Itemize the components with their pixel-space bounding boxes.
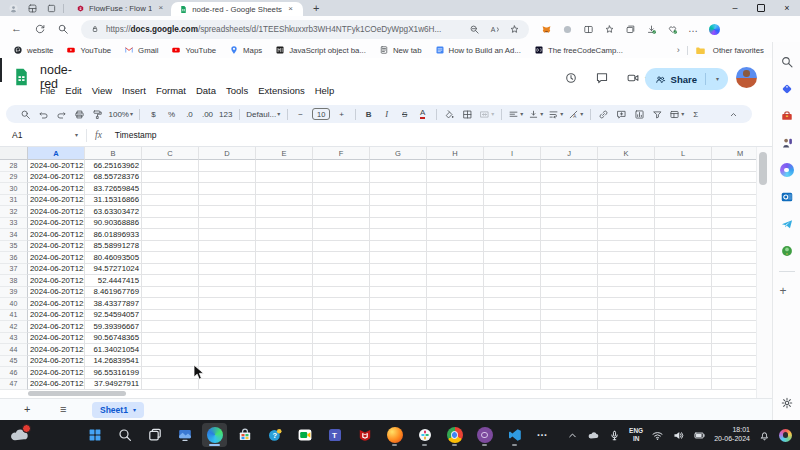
- menu-insert[interactable]: Insert: [117, 83, 151, 98]
- cell-L40[interactable]: [655, 298, 712, 310]
- cell-K29[interactable]: [598, 172, 655, 184]
- toolbar-search[interactable]: [16, 107, 34, 121]
- cell-I41[interactable]: [484, 310, 541, 322]
- cell-L32[interactable]: [655, 206, 712, 218]
- column-header-H[interactable]: H: [427, 147, 484, 160]
- cell-K28[interactable]: [598, 160, 655, 172]
- cell-C35[interactable]: [142, 241, 199, 253]
- cell-J42[interactable]: [541, 321, 598, 333]
- slack-app[interactable]: [412, 423, 437, 447]
- cell-C39[interactable]: [142, 287, 199, 299]
- row-header-39[interactable]: 39: [0, 287, 28, 299]
- cell-I44[interactable]: [484, 344, 541, 356]
- menu-view[interactable]: View: [87, 83, 117, 98]
- battery-icon[interactable]: [693, 429, 706, 442]
- cell-C41[interactable]: [142, 310, 199, 322]
- vscode-app[interactable]: [502, 423, 527, 447]
- cell-I45[interactable]: [484, 356, 541, 368]
- cell-I32[interactable]: [484, 206, 541, 218]
- extension-icon[interactable]: [562, 24, 573, 35]
- cell-H34[interactable]: [427, 229, 484, 241]
- cell-C29[interactable]: [142, 172, 199, 184]
- sheet-tab-menu-icon[interactable]: ▾: [133, 407, 136, 413]
- cell-G28[interactable]: [370, 160, 427, 172]
- cell-E30[interactable]: [256, 183, 313, 195]
- sheets-logo-icon[interactable]: [11, 63, 32, 91]
- cell-J38[interactable]: [541, 275, 598, 287]
- cell-K32[interactable]: [598, 206, 655, 218]
- cell-D39[interactable]: [199, 287, 256, 299]
- cell-I42[interactable]: [484, 321, 541, 333]
- cell-I33[interactable]: [484, 218, 541, 230]
- metamask-icon[interactable]: [541, 24, 552, 35]
- print-button[interactable]: [70, 107, 88, 121]
- cell-L46[interactable]: [655, 367, 712, 379]
- column-header-L[interactable]: L: [655, 147, 712, 160]
- cell-M43[interactable]: [712, 333, 756, 345]
- row-header-43[interactable]: 43: [0, 333, 28, 345]
- hidden-icons-chevron[interactable]: [566, 429, 579, 442]
- redo-button[interactable]: [52, 107, 70, 121]
- cell-K47[interactable]: [598, 379, 655, 391]
- cell-I31[interactable]: [484, 195, 541, 207]
- cell-B35[interactable]: 85.58991278: [85, 241, 142, 253]
- bookmark-item[interactable]: New tab: [379, 45, 422, 55]
- cell-M32[interactable]: [712, 206, 756, 218]
- cell-J43[interactable]: [541, 333, 598, 345]
- text-color-button[interactable]: A: [414, 107, 432, 121]
- cell-H40[interactable]: [427, 298, 484, 310]
- cell-G31[interactable]: [370, 195, 427, 207]
- cell-G44[interactable]: [370, 344, 427, 356]
- cell-E32[interactable]: [256, 206, 313, 218]
- cell-L39[interactable]: [655, 287, 712, 299]
- cell-L37[interactable]: [655, 264, 712, 276]
- cell-E43[interactable]: [256, 333, 313, 345]
- cell-B36[interactable]: 80.46093505: [85, 252, 142, 264]
- cell-J36[interactable]: [541, 252, 598, 264]
- video-call-icon[interactable]: ▾: [626, 71, 640, 85]
- cell-A28[interactable]: 2024-06-20T12:2: [28, 160, 85, 172]
- cell-F35[interactable]: [313, 241, 370, 253]
- bookmark-item[interactable]: Gmail: [124, 45, 158, 55]
- cell-D35[interactable]: [199, 241, 256, 253]
- horizontal-align-button[interactable]: ▾: [506, 107, 526, 121]
- cell-A45[interactable]: 2024-06-20T12:2: [28, 356, 85, 368]
- cell-M46[interactable]: [712, 367, 756, 379]
- back-button[interactable]: ←: [11, 23, 23, 35]
- zoom-page-icon[interactable]: [469, 24, 480, 35]
- cell-F37[interactable]: [313, 264, 370, 276]
- cell-G32[interactable]: [370, 206, 427, 218]
- cell-D47[interactable]: [199, 379, 256, 391]
- cell-G47[interactable]: [370, 379, 427, 391]
- column-header-D[interactable]: D: [199, 147, 256, 160]
- chrome-app[interactable]: [442, 423, 467, 447]
- font-size-input[interactable]: 10: [310, 107, 333, 121]
- font-size-decrease-button[interactable]: −: [292, 107, 310, 121]
- cell-F43[interactable]: [313, 333, 370, 345]
- cell-H39[interactable]: [427, 287, 484, 299]
- cell-A47[interactable]: 2024-06-20T12:2: [28, 379, 85, 391]
- text-rotation-button[interactable]: A▾: [566, 107, 586, 121]
- cell-I37[interactable]: [484, 264, 541, 276]
- cell-D43[interactable]: [199, 333, 256, 345]
- sidebar-designer-icon[interactable]: [780, 163, 794, 177]
- cell-G41[interactable]: [370, 310, 427, 322]
- cell-G45[interactable]: [370, 356, 427, 368]
- strikethrough-button[interactable]: S: [396, 107, 414, 121]
- row-header-44[interactable]: 44: [0, 344, 28, 356]
- cell-B37[interactable]: 94.57271024: [85, 264, 142, 276]
- cell-D32[interactable]: [199, 206, 256, 218]
- cell-G40[interactable]: [370, 298, 427, 310]
- cell-K34[interactable]: [598, 229, 655, 241]
- fill-color-button[interactable]: [441, 107, 459, 121]
- bookmark-item[interactable]: Maps: [229, 45, 262, 55]
- user-avatar[interactable]: [736, 67, 757, 88]
- cell-D28[interactable]: [199, 160, 256, 172]
- nav-search-button[interactable]: [57, 23, 69, 35]
- cell-J33[interactable]: [541, 218, 598, 230]
- cell-H42[interactable]: [427, 321, 484, 333]
- cell-E36[interactable]: [256, 252, 313, 264]
- cell-G37[interactable]: [370, 264, 427, 276]
- cell-J35[interactable]: [541, 241, 598, 253]
- column-header-F[interactable]: F: [313, 147, 370, 160]
